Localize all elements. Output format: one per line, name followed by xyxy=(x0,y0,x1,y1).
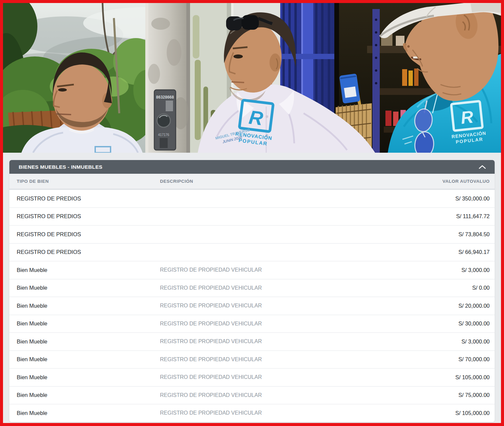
cell-valor: S/ 30,000.00 xyxy=(384,320,495,327)
cell-tipo: Bien Mueble xyxy=(9,338,160,345)
cell-tipo: Bien Mueble xyxy=(9,320,160,327)
cell-descripcion: REGISTRO DE PROPIEDAD VEHICULAR xyxy=(160,303,384,309)
table-header-row: TIPO DE BIEN DESCRIPCIÓN VALOR AUTOVALUO xyxy=(9,174,495,189)
cell-descripcion: REGISTRO DE PROPIEDAD VEHICULAR xyxy=(160,392,384,398)
cell-descripcion: REGISTRO DE PROPIEDAD VEHICULAR xyxy=(160,410,384,416)
column-header-tipo: TIPO DE BIEN xyxy=(9,179,160,184)
photo-illustration: 86328668 417176 xyxy=(3,3,501,153)
cell-tipo: REGISTRO DE PREDIOS xyxy=(9,195,160,202)
table-row: Bien Mueble REGISTRO DE PROPIEDAD VEHICU… xyxy=(9,350,495,369)
electric-meter: 86328668 417176 xyxy=(154,90,176,150)
meter-serial: 86328668 xyxy=(156,95,174,100)
cell-descripcion: REGISTRO DE PROPIEDAD VEHICULAR xyxy=(160,374,384,380)
column-header-valor: VALOR AUTOVALUO xyxy=(384,179,495,184)
cell-descripcion: REGISTRO DE PROPIEDAD VEHICULAR xyxy=(160,267,384,273)
cell-valor: S/ 350,000.00 xyxy=(384,195,495,202)
table-row: REGISTRO DE PREDIOS S/ 73,804.50 xyxy=(9,225,495,243)
cell-tipo: Bien Mueble xyxy=(9,303,160,309)
column-header-descripcion: DESCRIPCIÓN xyxy=(160,179,384,184)
cell-tipo: REGISTRO DE PREDIOS xyxy=(9,231,160,238)
table-row: Bien Mueble REGISTRO DE PROPIEDAD VEHICU… xyxy=(9,368,495,386)
cell-tipo: REGISTRO DE PREDIOS xyxy=(9,249,160,255)
bienes-panel: BIENES MUEBLES - INMUEBLES TIPO DE BIEN … xyxy=(9,160,495,422)
cell-tipo: Bien Mueble xyxy=(9,267,160,273)
cell-tipo: Bien Mueble xyxy=(9,410,160,416)
panel-header-toggle[interactable]: BIENES MUEBLES - INMUEBLES xyxy=(9,160,495,174)
campaign-photo: 86328668 417176 xyxy=(3,3,501,153)
cell-descripcion: REGISTRO DE PROPIEDAD VEHICULAR xyxy=(160,338,384,344)
cell-valor: S/ 105,000.00 xyxy=(384,374,495,381)
cell-valor: S/ 70,000.00 xyxy=(384,356,495,363)
table-row: REGISTRO DE PREDIOS S/ 350,000.00 xyxy=(9,189,495,207)
cell-descripcion: REGISTRO DE PROPIEDAD VEHICULAR xyxy=(160,285,384,291)
meter-code: 417176 xyxy=(158,133,169,137)
table-row: Bien Mueble REGISTRO DE PROPIEDAD VEHICU… xyxy=(9,315,495,333)
cell-descripcion: REGISTRO DE PROPIEDAD VEHICULAR xyxy=(160,357,384,363)
cell-valor: S/ 66,940.17 xyxy=(384,249,495,255)
cell-tipo: REGISTRO DE PREDIOS xyxy=(9,213,160,220)
table-row: Bien Mueble REGISTRO DE PROPIEDAD VEHICU… xyxy=(9,279,495,297)
cell-valor: S/ 105,000.00 xyxy=(384,410,495,416)
cell-tipo: Bien Mueble xyxy=(9,285,160,291)
cell-valor: S/ 3,000.00 xyxy=(384,338,495,345)
center-logo-letter: R xyxy=(248,106,265,129)
table-row: Bien Mueble REGISTRO DE PROPIEDAD VEHICU… xyxy=(9,297,495,315)
cell-valor: S/ 0.00 xyxy=(384,285,495,291)
cell-valor: S/ 73,804.50 xyxy=(384,231,495,238)
cell-tipo: Bien Mueble xyxy=(9,356,160,363)
table-row: REGISTRO DE PREDIOS S/ 66,940.17 xyxy=(9,243,495,261)
cell-valor: S/ 75,000.00 xyxy=(384,392,495,398)
cell-valor: S/ 20,000.00 xyxy=(384,303,495,309)
table-row: Bien Mueble REGISTRO DE PROPIEDAD VEHICU… xyxy=(9,332,495,350)
page-content: BIENES MUEBLES - INMUEBLES TIPO DE BIEN … xyxy=(3,153,501,422)
screenshot-frame: 86328668 417176 xyxy=(0,0,504,426)
cell-valor: S/ 111,647.72 xyxy=(384,213,495,220)
cell-descripcion: REGISTRO DE PROPIEDAD VEHICULAR xyxy=(160,321,384,327)
table-row: Bien Mueble REGISTRO DE PROPIEDAD VEHICU… xyxy=(9,386,495,404)
table-row: REGISTRO DE PREDIOS S/ 111,647.72 xyxy=(9,207,495,226)
cell-tipo: Bien Mueble xyxy=(9,374,160,381)
right-logo-letter: R xyxy=(460,107,474,128)
table-row: Bien Mueble REGISTRO DE PROPIEDAD VEHICU… xyxy=(9,404,495,422)
cell-tipo: Bien Mueble xyxy=(9,392,160,398)
table-row: Bien Mueble REGISTRO DE PROPIEDAD VEHICU… xyxy=(9,261,495,279)
cell-valor: S/ 3,000.00 xyxy=(384,267,495,273)
chevron-up-icon[interactable] xyxy=(479,165,486,169)
panel-title: BIENES MUEBLES - INMUEBLES xyxy=(19,164,103,170)
